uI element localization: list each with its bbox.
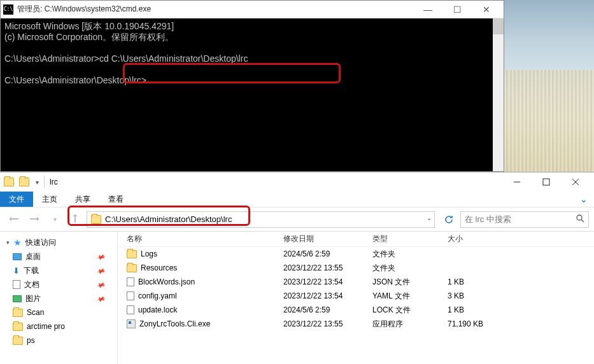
file-date: 2023/12/22 13:54: [283, 277, 372, 286]
file-date: 2024/5/6 2:59: [283, 305, 372, 314]
scrollbar-thumb[interactable]: [493, 18, 504, 34]
exe-icon: [127, 319, 136, 328]
explorer-navbar: 🠔 🠖 ▾ 🠕 C:\Users\Administrator\Desktop\l…: [0, 207, 594, 232]
maximize-button[interactable]: [532, 172, 561, 192]
explorer-titlebar[interactable]: ▾ lrc: [0, 172, 594, 192]
file-name: Resources: [141, 263, 177, 272]
pin-icon: 📌: [95, 293, 106, 304]
pin-icon: 📌: [95, 265, 106, 276]
search-input[interactable]: 在 lrc 中搜索: [460, 211, 589, 228]
folder-icon: [91, 215, 101, 224]
chevron-down-icon: ▾: [6, 239, 10, 246]
desktop-icon: [13, 253, 22, 260]
maximize-button[interactable]: ☐: [442, 1, 472, 18]
file-size: 1 KB: [448, 277, 499, 286]
file-type: YAML 文件: [372, 291, 448, 302]
dropdown-icon[interactable]: ▾: [36, 179, 39, 186]
file-size: 71,190 KB: [448, 319, 499, 328]
refresh-button[interactable]: [440, 212, 458, 227]
file-row[interactable]: ZonyLrcTools.Cli.exe2023/12/22 13:55应用程序…: [118, 317, 594, 331]
folder-icon: [127, 264, 137, 272]
file-row[interactable]: BlockWords.json2023/12/22 13:54JSON 文件1 …: [118, 275, 594, 289]
explorer-body: ▾ ★ 快速访问 桌面📌⬇下载📌文档📌图片📌Scanarctime props …: [0, 232, 594, 364]
cmd-icon: C:\: [3, 4, 13, 15]
sidebar-item-桌面[interactable]: 桌面📌: [0, 249, 117, 263]
sidebar-item-Scan[interactable]: Scan: [0, 305, 117, 319]
file-name: BlockWords.json: [138, 277, 195, 286]
cmd-scrollbar[interactable]: [493, 18, 504, 171]
sidebar-quick-access[interactable]: ▾ ★ 快速访问: [0, 235, 117, 249]
file-date: 2023/12/22 13:55: [283, 263, 372, 272]
document-icon: [13, 280, 20, 289]
home-tab[interactable]: 主页: [33, 194, 66, 205]
sidebar-item-下载[interactable]: ⬇下载📌: [0, 263, 117, 277]
file-type: 文件夹: [372, 263, 448, 274]
sidebar-item-ps[interactable]: ps: [0, 333, 117, 347]
cmd-window: C:\ 管理员: C:\Windows\system32\cmd.exe — ☐…: [0, 0, 504, 172]
explorer-window: ▾ lrc 文件 主页 共享 查看 ⌄ 🠔 🠖 ▾ 🠕 C:\Users\Adm…: [0, 172, 594, 364]
minimize-button[interactable]: —: [413, 1, 442, 18]
desktop-wallpaper: [504, 0, 594, 172]
search-placeholder: 在 lrc 中搜索: [465, 214, 511, 225]
file-icon: [127, 305, 134, 314]
file-list: Logs2024/5/6 2:59文件夹Resources2023/12/22 …: [118, 247, 594, 331]
sidebar-item-label: 桌面: [25, 251, 41, 262]
file-type: 文件夹: [372, 249, 448, 260]
file-row[interactable]: config.yaml2023/12/22 13:54YAML 文件3 KB: [118, 289, 594, 303]
share-tab[interactable]: 共享: [66, 194, 99, 205]
pin-icon: 📌: [95, 251, 106, 262]
file-menu-button[interactable]: 文件: [0, 192, 33, 207]
col-date-header[interactable]: 修改日期: [283, 234, 372, 244]
pin-icon: 📌: [95, 279, 106, 290]
file-name: Logs: [141, 249, 157, 258]
file-name: ZonyLrcTools.Cli.exe: [139, 319, 210, 328]
file-list-panel: 名称 修改日期 类型 大小 Logs2024/5/6 2:59文件夹Resour…: [118, 232, 594, 364]
file-type: LOCK 文件: [372, 305, 448, 316]
file-date: 2023/12/22 13:54: [283, 291, 372, 300]
up-button[interactable]: 🠕: [66, 212, 84, 227]
col-name-header[interactable]: 名称: [118, 234, 283, 244]
folder-icon: [127, 250, 137, 258]
svg-line-5: [581, 220, 584, 222]
file-row[interactable]: update.lock2024/5/6 2:59LOCK 文件1 KB: [118, 303, 594, 317]
view-tab[interactable]: 查看: [99, 194, 132, 205]
file-name: update.lock: [138, 305, 177, 314]
sidebar-item-label: arctime pro: [27, 322, 65, 331]
close-button[interactable]: [561, 172, 590, 192]
sidebar-item-label: 文档: [24, 279, 39, 290]
col-size-header[interactable]: 大小: [448, 234, 499, 244]
close-button[interactable]: ✕: [472, 1, 501, 18]
address-bar[interactable]: C:\Users\Administrator\Desktop\lrc ⌄: [87, 211, 435, 228]
sidebar-item-文档[interactable]: 文档📌: [0, 277, 117, 291]
sidebar: ▾ ★ 快速访问 桌面📌⬇下载📌文档📌图片📌Scanarctime props: [0, 232, 118, 364]
sidebar-item-arctime pro[interactable]: arctime pro: [0, 319, 117, 333]
file-row[interactable]: Resources2023/12/22 13:55文件夹: [118, 261, 594, 275]
cmd-body[interactable]: Microsoft Windows [版本 10.0.19045.4291] (…: [1, 18, 504, 171]
file-icon: [127, 277, 134, 286]
back-button[interactable]: 🠔: [5, 212, 23, 227]
recent-dropdown[interactable]: ▾: [46, 212, 64, 227]
sidebar-item-图片[interactable]: 图片📌: [0, 291, 117, 305]
file-size: 3 KB: [448, 291, 499, 300]
folder-icon: [19, 178, 29, 186]
file-name: config.yaml: [138, 291, 177, 300]
star-icon: ★: [13, 237, 22, 248]
folder-icon: [13, 337, 23, 345]
address-dropdown-icon[interactable]: ⌄: [427, 214, 432, 221]
file-row[interactable]: Logs2024/5/6 2:59文件夹: [118, 247, 594, 261]
minimize-button[interactable]: [502, 172, 532, 192]
svg-point-4: [577, 215, 582, 220]
file-type: 应用程序: [372, 319, 448, 330]
annotation-highlight: [123, 63, 341, 83]
sidebar-item-label: ps: [27, 336, 35, 345]
help-icon[interactable]: ⌄: [580, 194, 588, 204]
search-icon: [576, 214, 584, 225]
sidebar-item-label: 下载: [24, 265, 39, 276]
cmd-titlebar[interactable]: C:\ 管理员: C:\Windows\system32\cmd.exe — ☐…: [1, 1, 504, 18]
forward-button[interactable]: 🠖: [25, 212, 43, 227]
file-type: JSON 文件: [372, 277, 448, 288]
sidebar-item-label: 图片: [25, 293, 41, 304]
address-text: C:\Users\Administrator\Desktop\lrc: [105, 214, 232, 224]
col-type-header[interactable]: 类型: [372, 234, 448, 244]
divider: [44, 176, 45, 188]
